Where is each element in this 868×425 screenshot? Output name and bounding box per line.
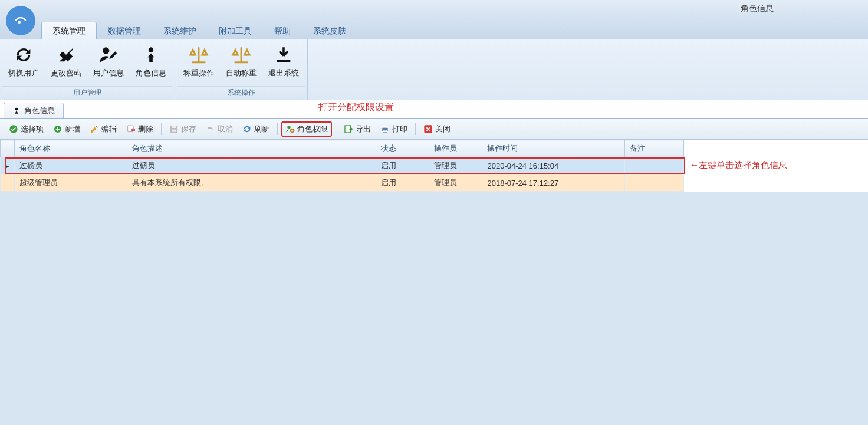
tab-system-manage[interactable]: 系统管理 bbox=[41, 22, 97, 39]
tab-help[interactable]: 帮助 bbox=[263, 22, 302, 39]
cell-op-time: 2018-07-24 17:12:27 bbox=[482, 174, 624, 192]
app-logo[interactable] bbox=[6, 6, 35, 35]
table-header-row: 角色名称 角色描述 状态 操作员 操作时间 备注 bbox=[1, 140, 684, 157]
tool-add[interactable]: 新增 bbox=[49, 121, 84, 137]
btn-switch-user[interactable]: 切换用户 bbox=[2, 41, 45, 86]
tool-refresh-label: 刷新 bbox=[254, 124, 269, 134]
title-bar: 角色信息 bbox=[0, 0, 868, 18]
grid-toolbar: 选择项 新增 编辑 删除 保存 取消 刷新 角色权限 导出 打印 关闭 bbox=[0, 119, 868, 140]
tool-cancel: 取消 bbox=[202, 121, 237, 137]
user-gear-icon bbox=[285, 124, 295, 134]
btn-user-info-label: 用户信息 bbox=[93, 68, 124, 78]
export-icon bbox=[344, 124, 353, 134]
cell-note bbox=[624, 174, 684, 192]
btn-auto-weigh[interactable]: 自动称重 bbox=[220, 41, 262, 86]
cell-status: 启用 bbox=[376, 157, 429, 174]
plus-icon bbox=[53, 124, 63, 134]
table-row[interactable]: 超级管理员 具有本系统所有权限。 启用 管理员 2018-07-24 17:12… bbox=[1, 174, 684, 192]
tool-close[interactable]: 关闭 bbox=[419, 121, 455, 137]
pencil-icon bbox=[90, 124, 99, 134]
svg-point-4 bbox=[190, 54, 196, 56]
col-note[interactable]: 备注 bbox=[624, 140, 684, 157]
tool-cancel-label: 取消 bbox=[218, 124, 233, 134]
tool-print-label: 打印 bbox=[392, 124, 407, 134]
role-table: 角色名称 角色描述 状态 操作员 操作时间 备注 ▸ 过磅员 过磅员 启用 管理… bbox=[0, 140, 684, 192]
col-rowhdr[interactable] bbox=[1, 140, 15, 157]
btn-auto-weigh-label: 自动称重 bbox=[226, 68, 257, 78]
ribbon-group-system-op-label: 系统操作 bbox=[177, 86, 305, 100]
tool-save: 保存 bbox=[165, 121, 200, 137]
tab-data-manage[interactable]: 数据管理 bbox=[97, 22, 152, 39]
scale-auto-icon bbox=[231, 44, 252, 65]
svg-point-5 bbox=[202, 54, 208, 56]
tool-close-label: 关闭 bbox=[435, 124, 451, 134]
svg-rect-20 bbox=[383, 126, 387, 128]
refresh-icon bbox=[13, 44, 34, 65]
undo-icon bbox=[206, 124, 215, 134]
col-desc[interactable]: 角色描述 bbox=[127, 140, 376, 157]
ribbon-tabs: 系统管理 数据管理 系统维护 附加工具 帮助 系统皮肤 bbox=[0, 18, 868, 39]
refresh-small-icon bbox=[242, 124, 252, 134]
btn-exit-system[interactable]: 退出系统 bbox=[262, 41, 305, 86]
cell-status: 启用 bbox=[376, 174, 429, 192]
tool-delete[interactable]: 删除 bbox=[122, 121, 157, 137]
tool-select[interactable]: 选择项 bbox=[5, 121, 48, 137]
tool-edit-label: 编辑 bbox=[101, 124, 117, 134]
svg-point-3 bbox=[149, 47, 154, 52]
close-icon bbox=[423, 124, 433, 134]
scale-icon bbox=[188, 44, 209, 65]
svg-rect-15 bbox=[172, 130, 176, 132]
col-op-time[interactable]: 操作时间 bbox=[482, 140, 624, 157]
tool-edit[interactable]: 编辑 bbox=[86, 121, 121, 137]
cell-desc: 具有本系统所有权限。 bbox=[127, 174, 376, 192]
svg-point-7 bbox=[245, 54, 250, 56]
doc-tab-role-info[interactable]: 角色信息 bbox=[4, 103, 64, 118]
separator bbox=[277, 123, 278, 135]
tool-role-permission[interactable]: 角色权限 bbox=[281, 121, 332, 137]
person-icon bbox=[140, 44, 162, 65]
user-edit-icon bbox=[98, 44, 119, 65]
tab-system-skin[interactable]: 系统皮肤 bbox=[302, 22, 357, 39]
row-indicator bbox=[1, 174, 15, 192]
grid-wrap: 角色名称 角色描述 状态 操作员 操作时间 备注 ▸ 过磅员 过磅员 启用 管理… bbox=[0, 140, 868, 192]
ribbon-group-user-manage-label: 用户管理 bbox=[2, 86, 172, 100]
btn-user-info[interactable]: 用户信息 bbox=[87, 41, 130, 86]
tool-export[interactable]: 导出 bbox=[340, 121, 375, 137]
tool-save-label: 保存 bbox=[181, 124, 196, 134]
check-circle-icon bbox=[9, 124, 18, 134]
svg-rect-21 bbox=[383, 130, 387, 132]
tool-add-label: 新增 bbox=[65, 124, 80, 134]
tool-refresh[interactable]: 刷新 bbox=[238, 121, 274, 137]
svg-point-0 bbox=[12, 12, 29, 29]
annotation-left-click: ←左键单击选择角色信息 bbox=[690, 160, 787, 171]
col-status[interactable]: 状态 bbox=[376, 140, 429, 157]
cell-desc: 过磅员 bbox=[127, 157, 376, 174]
btn-weigh-op[interactable]: 称重操作 bbox=[177, 41, 220, 86]
svg-point-17 bbox=[291, 129, 294, 132]
tool-role-permission-label: 角色权限 bbox=[297, 124, 328, 134]
tab-system-maintain[interactable]: 系统维护 bbox=[152, 22, 208, 39]
separator bbox=[415, 123, 416, 135]
col-operator[interactable]: 操作员 bbox=[429, 140, 482, 157]
btn-change-password[interactable]: 更改密码 bbox=[45, 41, 87, 86]
svg-point-1 bbox=[18, 21, 21, 24]
save-icon bbox=[169, 124, 179, 134]
svg-point-2 bbox=[103, 47, 109, 54]
tool-export-label: 导出 bbox=[356, 124, 371, 134]
svg-rect-14 bbox=[172, 126, 176, 128]
tool-print[interactable]: 打印 bbox=[376, 121, 412, 137]
svg-point-16 bbox=[287, 126, 290, 129]
col-name[interactable]: 角色名称 bbox=[15, 140, 127, 157]
btn-role-info[interactable]: 角色信息 bbox=[130, 41, 172, 86]
table-row[interactable]: ▸ 过磅员 过磅员 启用 管理员 2020-04-24 16:15:04 bbox=[1, 157, 684, 174]
ribbon-body: 切换用户 更改密码 用户信息 角色信息 用户管理 bbox=[0, 39, 868, 100]
svg-point-8 bbox=[15, 108, 18, 111]
cell-op-time: 2020-04-24 16:15:04 bbox=[482, 157, 624, 174]
cell-name: 过磅员 bbox=[15, 157, 127, 174]
cell-operator: 管理员 bbox=[429, 157, 482, 174]
ribbon-group-system-op: 称重操作 自动称重 退出系统 系统操作 bbox=[175, 39, 308, 100]
tool-select-label: 选择项 bbox=[21, 124, 44, 134]
btn-weigh-op-label: 称重操作 bbox=[183, 68, 214, 78]
ribbon-group-user-manage: 切换用户 更改密码 用户信息 角色信息 用户管理 bbox=[0, 39, 175, 100]
tab-extra-tools[interactable]: 附加工具 bbox=[208, 22, 263, 39]
